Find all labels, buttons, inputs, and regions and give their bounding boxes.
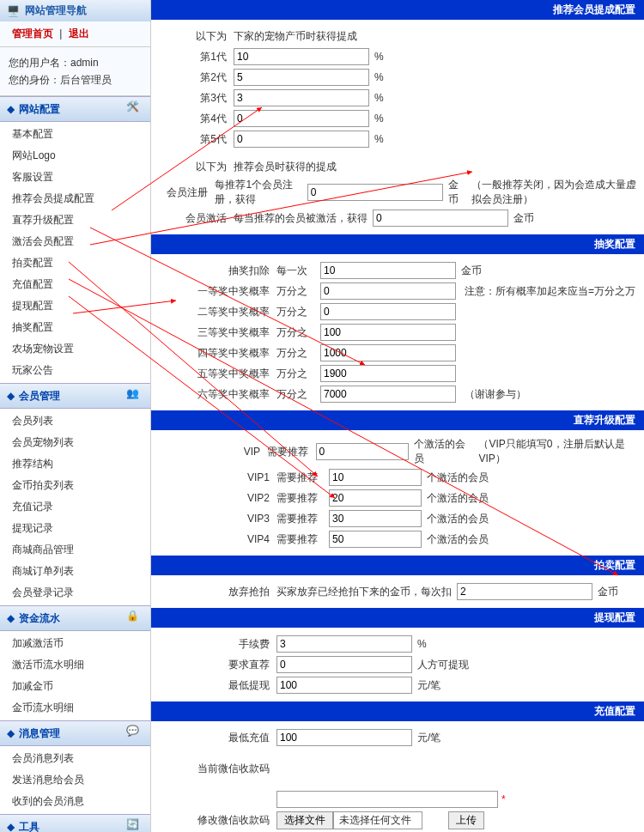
vip-3-input[interactable]	[329, 510, 422, 527]
reg-bonus-input[interactable]	[307, 184, 443, 201]
section-header-3[interactable]: ◆消息管理💬	[0, 720, 150, 746]
prize-2-input[interactable]	[320, 303, 456, 320]
panel-upgrade-title: 直荐升级配置	[151, 410, 644, 430]
vip-label: VIP1	[158, 471, 276, 483]
panel-lottery-title: 抽奖配置	[151, 234, 644, 254]
vip-label: VIP4	[158, 533, 276, 545]
withdraw-label: 手续费	[158, 637, 276, 652]
sidebar-item[interactable]: 加减激活币	[0, 633, 150, 654]
prize-5-input[interactable]	[320, 365, 456, 382]
sidebar-item[interactable]: 商城商品管理	[0, 539, 150, 561]
tools-icon: 🛠️	[126, 100, 143, 118]
sidebar-item[interactable]: 网站Logo	[0, 145, 150, 167]
vip-2-input[interactable]	[329, 489, 422, 507]
prize-6-input[interactable]	[320, 386, 456, 403]
sidebar-item[interactable]: 抽奖配置	[0, 317, 150, 338]
sidebar-item[interactable]: 金币流水明细	[0, 697, 150, 719]
wechat-file-display: 未选择任何文件	[333, 811, 422, 829]
gen-label: 第1代	[158, 50, 234, 64]
sidebar-item[interactable]: 提现配置	[0, 295, 150, 317]
sidebar-item[interactable]: 加减金币	[0, 676, 150, 697]
sidebar-item[interactable]: 农场宠物设置	[0, 338, 150, 360]
gen-label: 第4代	[158, 112, 234, 126]
sidebar-item[interactable]: 推荐结构	[0, 453, 150, 475]
sidebar-item[interactable]: 商城订单列表	[0, 561, 150, 582]
act-label: 会员激活	[158, 211, 234, 226]
gen-label: 第2代	[158, 70, 234, 85]
sidebar-item[interactable]: 基本配置	[0, 124, 150, 145]
chat-icon: 💬	[126, 725, 143, 742]
user-role: 后台管理员	[60, 74, 112, 86]
prize-label: 三等奖中奖概率	[158, 325, 276, 340]
withdraw-2-input[interactable]	[276, 677, 412, 694]
gen-1-input[interactable]	[234, 48, 369, 65]
gen-4-input[interactable]	[234, 110, 369, 127]
panel-referral-title: 推荐会员提成配置	[151, 0, 644, 20]
choose-file-wechat[interactable]: 选择文件	[276, 811, 333, 829]
gen-2-input[interactable]	[234, 69, 369, 86]
prize-label: 六等奖中奖概率	[158, 387, 276, 402]
prize-1-input[interactable]	[320, 282, 456, 300]
auction-penalty-input[interactable]	[457, 583, 592, 600]
sidebar-item[interactable]: 激活币流水明细	[0, 654, 150, 676]
min-recharge-input[interactable]	[276, 729, 412, 746]
withdraw-label: 最低提现	[158, 678, 276, 693]
sidebar-item[interactable]: 会员消息列表	[0, 748, 150, 769]
sidebar-item[interactable]: 发送消息给会员	[0, 769, 150, 791]
username: admin	[70, 57, 99, 69]
vip-4-input[interactable]	[329, 531, 422, 548]
withdraw-label: 要求直荐	[158, 658, 276, 672]
sidebar-item[interactable]: 拍卖配置	[0, 252, 150, 274]
prize-label: 五等奖中奖概率	[158, 367, 276, 381]
admin-home-link[interactable]: 管理首页	[12, 27, 53, 39]
section-header-1[interactable]: ◆会员管理👥	[0, 383, 150, 409]
reg-label: 会员注册	[158, 185, 215, 200]
gen-label: 第3代	[158, 91, 234, 106]
sidebar: 🖥️ 网站管理导航 管理首页 | 退出 您的用户名：admin 您的身份：后台管…	[0, 0, 151, 832]
user-info: 您的用户名：admin 您的身份：后台管理员	[0, 47, 150, 96]
withdraw-1-input[interactable]	[276, 656, 412, 673]
main-content: 推荐会员提成配置 以下为下家的宠物产币时获得提成 第1代%第2代%第3代%第4代…	[151, 0, 644, 832]
sidebar-item[interactable]: 玩家公告	[0, 360, 150, 381]
section-header-4[interactable]: ◆工具🔄	[0, 814, 150, 832]
vip-1-input[interactable]	[329, 469, 422, 486]
sidebar-item[interactable]: 激活会员配置	[0, 231, 150, 252]
sidebar-item[interactable]: 会员登录记录	[0, 582, 150, 604]
prize-4-input[interactable]	[320, 344, 456, 361]
sidebar-item[interactable]: 充值配置	[0, 274, 150, 295]
sidebar-item[interactable]: 充值记录	[0, 496, 150, 518]
act-bonus-input[interactable]	[373, 210, 508, 227]
sidebar-item[interactable]: 收到的会员消息	[0, 791, 150, 812]
vip-label: VIP	[158, 446, 267, 458]
sidebar-item[interactable]: 会员宠物列表	[0, 432, 150, 453]
sidebar-item[interactable]: 直荐升级配置	[0, 210, 150, 231]
section-title: 工具	[19, 821, 39, 833]
gen-3-input[interactable]	[234, 89, 369, 106]
sidebar-item[interactable]: 提现记录	[0, 518, 150, 539]
section-header-0[interactable]: ◆网站配置🛠️	[0, 96, 150, 122]
sidebar-item[interactable]: 客服设置	[0, 167, 150, 188]
upload-wechat-button[interactable]: 上传	[448, 811, 484, 829]
gen-5-input[interactable]	[234, 131, 369, 148]
vip-label: VIP2	[158, 492, 276, 504]
prize-3-input[interactable]	[320, 324, 456, 341]
nav-title: 网站管理导航	[25, 3, 87, 18]
logout-link[interactable]: 退出	[69, 27, 89, 39]
prize-label: 二等奖中奖概率	[158, 305, 276, 319]
prize-label: 四等奖中奖概率	[158, 346, 276, 361]
monitor-icon: 🖥️	[7, 5, 20, 17]
wechat-path-input[interactable]	[276, 791, 498, 808]
sidebar-item[interactable]: 金币拍卖列表	[0, 475, 150, 496]
section-title: 会员管理	[19, 390, 60, 402]
sidebar-item[interactable]: 会员列表	[0, 410, 150, 432]
section-header-2[interactable]: ◆资金流水🔒	[0, 605, 150, 631]
withdraw-0-input[interactable]	[276, 635, 412, 653]
lottery-deduct-input[interactable]	[320, 262, 456, 279]
required-icon: *	[501, 793, 506, 805]
refresh-icon: 🔄	[126, 818, 143, 832]
section-title: 消息管理	[19, 727, 60, 739]
sidebar-item[interactable]: 推荐会员提成配置	[0, 188, 150, 210]
vip-0-input[interactable]	[316, 443, 409, 460]
vip-label: VIP3	[158, 513, 276, 525]
users-icon: 👥	[126, 387, 143, 404]
